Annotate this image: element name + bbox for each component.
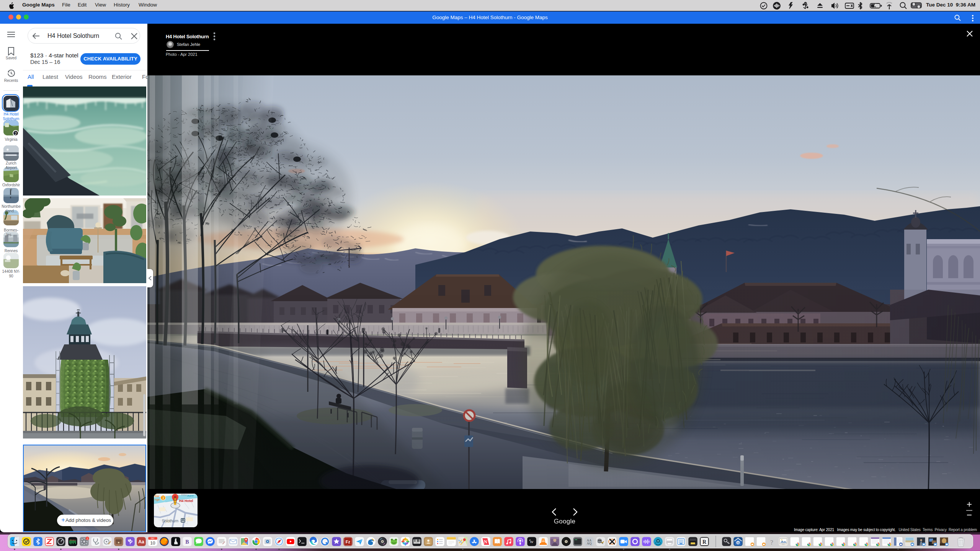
svg-text:10: 10: [150, 541, 155, 545]
svg-text:1: 1: [87, 537, 88, 540]
svg-text:?: ?: [770, 539, 773, 546]
svg-text:AQ: AQ: [587, 541, 591, 545]
svg-text:Fz: Fz: [346, 540, 351, 544]
svg-text:R: R: [702, 539, 707, 545]
svg-text:H4 Hotel: H4 Hotel: [179, 499, 193, 503]
svg-text:tv: tv: [530, 540, 533, 544]
svg-text:Aa: Aa: [138, 539, 144, 544]
svg-text:Solothurn: Solothurn: [162, 519, 178, 523]
svg-text:Aare: Aare: [187, 494, 194, 497]
svg-text:N: N: [484, 539, 487, 544]
svg-text:nge: nge: [155, 498, 160, 501]
svg-text:DEC: DEC: [151, 538, 155, 540]
svg-text:Ritter: Ritter: [181, 494, 188, 496]
svg-text:Bar: Bar: [155, 494, 160, 498]
svg-text:B: B: [185, 539, 189, 545]
svg-text:G: G: [737, 541, 739, 544]
